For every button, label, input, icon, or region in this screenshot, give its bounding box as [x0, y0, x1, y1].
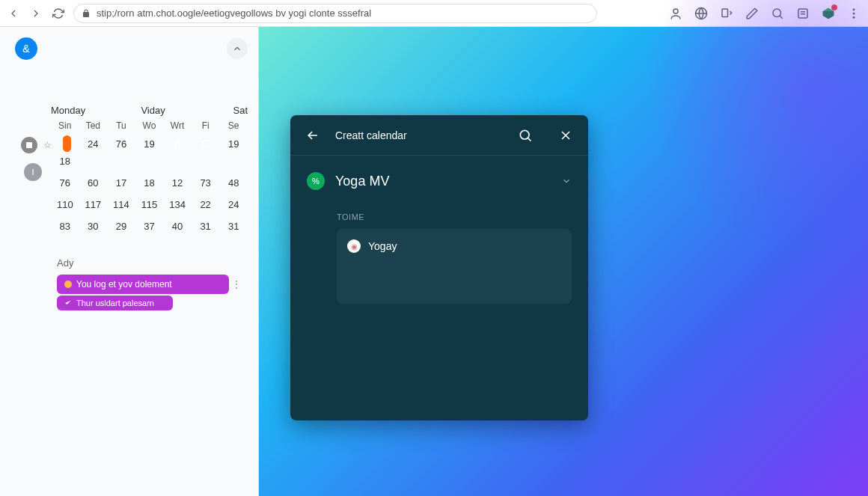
create-calendar-modal: Creatt calendar % Yoga MV TOIME [290, 115, 588, 420]
calendar-day[interactable]: 40 [163, 218, 192, 235]
user-name: Yogay [368, 240, 397, 252]
calendar-name: Yoga MV [335, 174, 551, 189]
calendar-day[interactable]: 6 [163, 135, 192, 153]
reload-icon[interactable] [52, 7, 64, 19]
day-header: Sin [51, 120, 79, 131]
calendar-day[interactable]: 134 [163, 196, 192, 213]
calendar-day[interactable]: 37 [135, 218, 164, 235]
close-icon[interactable] [558, 128, 573, 143]
sidebar-top: & [15, 37, 248, 60]
month-labels: Monday Viday Sat [51, 105, 248, 116]
calendar-day[interactable]: 12 [163, 174, 192, 192]
url-text: stip;/rorn atm.chot.oogle/eetiogvegollow… [97, 7, 371, 19]
back-icon[interactable] [305, 128, 320, 143]
svg-point-9 [520, 130, 529, 139]
calendar-header: I Monday Viday Sat Sin Ted Tu Wo Wrt Fi … [15, 105, 248, 239]
day-header: Se [219, 120, 248, 131]
event-chip[interactable]: You log et yov dolement ⋮ [57, 275, 229, 294]
month-label-mon: Monday [51, 105, 85, 116]
day-header: Fi [192, 120, 220, 131]
calendar-day[interactable]: 19 [135, 135, 164, 153]
calendar-day[interactable]: 17 [107, 174, 135, 192]
calendar-day[interactable]: 83 [51, 218, 79, 235]
calendar-day[interactable]: 60 [79, 174, 108, 192]
range-highlight [63, 135, 72, 152]
collapse-icon[interactable] [227, 38, 248, 59]
browser-nav [7, 7, 64, 19]
event-dot-icon [64, 281, 72, 288]
user-box[interactable]: ◉ Yogay [337, 229, 572, 304]
sidebar-avatar[interactable]: & [15, 37, 37, 60]
calendar-day[interactable]: 76 [51, 174, 79, 192]
calendar-day[interactable]: 115 [135, 196, 164, 213]
row-marker-1: I [24, 163, 42, 181]
event-sub-title: Thur usldart palesarn [76, 298, 154, 307]
section-label-ady: Ady [57, 257, 248, 269]
calendar-day[interactable]: 30 [79, 218, 108, 235]
calendar-row: ☆ 24 76 19 6 17 19 18 [51, 135, 248, 170]
calendar-day[interactable]: 22 [192, 196, 220, 213]
section-label: TOIME [337, 212, 572, 221]
day-header: Tu [107, 120, 135, 131]
calendar-day[interactable]: 18 [135, 174, 164, 192]
event-sub-icon [64, 299, 72, 307]
sidebar: & I Monday Viday Sat Sin Ted Tu Wo Wrt [0, 27, 259, 496]
month-label-sat: Sat [221, 105, 248, 116]
calendar-row: 83 30 29 37 40 31 31 [51, 218, 248, 235]
calendar-day[interactable]: 29 [107, 218, 135, 235]
search-icon[interactable] [518, 128, 533, 143]
calendar-day[interactable]: 73 [192, 174, 220, 192]
calendar-badge-icon: % [307, 172, 325, 190]
user-avatar-icon: ◉ [347, 239, 361, 253]
calendar-day[interactable]: 48 [219, 174, 248, 192]
address-bar[interactable]: stip;/rorn atm.chot.oogle/eetiogvegollow… [73, 4, 597, 23]
month-label-vid: Viday [140, 105, 167, 116]
calendar-day[interactable]: 114 [107, 196, 135, 213]
forward-icon[interactable] [30, 7, 42, 19]
star-icon[interactable]: ☆ [39, 137, 55, 153]
event-menu-icon[interactable]: ⋮ [232, 279, 241, 290]
day-header: Wo [135, 120, 164, 131]
back-icon[interactable] [7, 7, 19, 19]
chevron-down-icon[interactable] [561, 176, 572, 186]
day-header: Wrt [163, 120, 192, 131]
lock-icon [82, 9, 91, 18]
calendar-day[interactable]: 19 [219, 135, 248, 153]
content-area: Creatt calendar % Yoga MV TOIME [259, 27, 868, 496]
calendar-row: 76 60 17 18 12 73 48 [51, 174, 248, 192]
modal-body: % Yoga MV TOIME ◉ Yogay [290, 156, 588, 320]
calendar-day[interactable]: 24 [219, 196, 248, 213]
user-row: ◉ Yogay [347, 239, 561, 253]
day-headers: Sin Ted Tu Wo Wrt Fi Se [51, 120, 248, 131]
calendar-day[interactable]: 24 [79, 135, 108, 153]
calendar-day[interactable]: 117 [79, 196, 108, 213]
calendar-day[interactable]: 17 [192, 135, 220, 153]
calendar-day[interactable]: 31 [192, 218, 220, 235]
svg-rect-8 [26, 142, 32, 148]
calendar-day[interactable]: 110 [51, 196, 79, 213]
event-title: You log et yov dolement [76, 279, 172, 290]
calendar-day[interactable]: 76 [107, 135, 135, 153]
calendar-day[interactable]: 31 [219, 218, 248, 235]
day-header: Ted [79, 120, 108, 131]
modal-title: Creatt calendar [335, 129, 503, 141]
modal-header: Creatt calendar [290, 115, 588, 156]
calendar-row[interactable]: % Yoga MV [307, 172, 572, 190]
main-area: & I Monday Viday Sat Sin Ted Tu Wo Wrt [0, 27, 868, 496]
calendar-row: 110 117 114 115 134 22 24 [51, 196, 248, 213]
event-sub-chip[interactable]: Thur usldart palesarn [57, 296, 173, 310]
row-marker-2 [21, 137, 37, 153]
calendar-day[interactable]: 18 [51, 153, 79, 170]
